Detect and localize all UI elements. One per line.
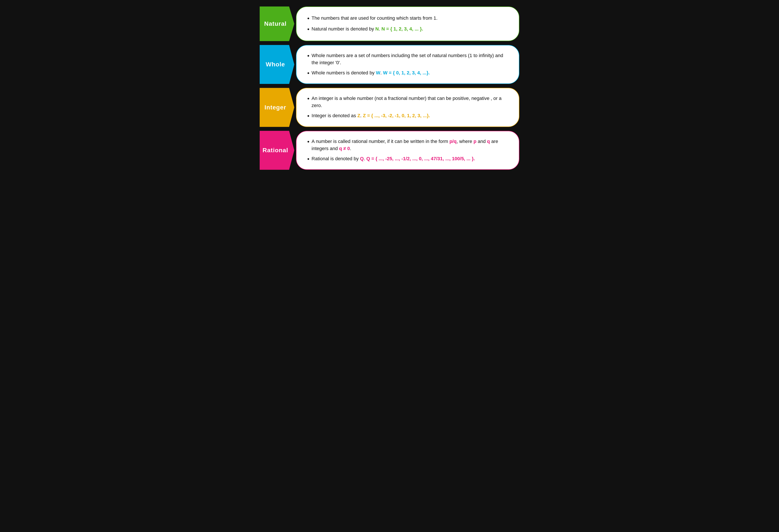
bullet-dot: •: [307, 25, 309, 33]
bullet-text: A number is called rational number, if i…: [312, 138, 508, 152]
bullet-item: •A number is called rational number, if …: [307, 138, 508, 152]
content-rational: •A number is called rational number, if …: [296, 131, 519, 170]
bullet-item: •Whole numbers is denoted by W. W = { 0,…: [307, 69, 508, 77]
label-rational: Rational: [260, 131, 294, 170]
bullet-dot: •: [307, 112, 309, 120]
bullet-text: Integer is denoted as Z. Z = { ..., -3, …: [312, 112, 508, 119]
bullet-dot: •: [307, 52, 309, 60]
bullet-dot: •: [307, 69, 309, 77]
highlight-orange: Z: [357, 113, 360, 118]
highlight-green: N = { 1, 2, 3, 4, ... }.: [381, 26, 423, 31]
highlight-pink: p: [473, 139, 476, 144]
bullet-item: •An integer is a whole number (not a fra…: [307, 95, 508, 109]
bullet-item: •Whole numbers are a set of numbers incl…: [307, 52, 508, 66]
bullet-text: The numbers that are used for counting w…: [312, 14, 508, 22]
bullet-item: •Natural number is denoted by N. N = { 1…: [307, 25, 508, 33]
highlight-orange: Z = { ..., -3, -2, -1, 0, 1, 2, 3, ...}.: [363, 113, 430, 118]
row-integer: Integer•An integer is a whole number (no…: [260, 88, 519, 127]
highlight-cyan: W: [376, 70, 380, 75]
label-natural: Natural: [260, 6, 294, 41]
row-rational: Rational•A number is called rational num…: [260, 131, 519, 170]
bullet-text: Whole numbers is denoted by W. W = { 0, …: [312, 69, 508, 76]
bullet-item: •Integer is denoted as Z. Z = { ..., -3,…: [307, 112, 508, 120]
bullet-text: Whole numbers are a set of numbers inclu…: [312, 52, 508, 66]
bullet-dot: •: [307, 14, 309, 22]
highlight-cyan: W = { 0, 1, 2, 3, 4, ...}.: [383, 70, 430, 75]
row-whole: Whole•Whole numbers are a set of numbers…: [260, 45, 519, 84]
bullet-dot: •: [307, 138, 309, 145]
label-whole: Whole: [260, 45, 294, 84]
bullet-text: An integer is a whole number (not a frac…: [312, 95, 508, 109]
bullet-dot: •: [307, 155, 309, 163]
bullet-item: •Rational is denoted by Q. Q = { ..., -2…: [307, 155, 508, 163]
main-container: Natural•The numbers that are used for co…: [260, 6, 519, 170]
bullet-text: Natural number is denoted by N. N = { 1,…: [312, 25, 508, 32]
content-integer: •An integer is a whole number (not a fra…: [296, 88, 519, 127]
bullet-text: Rational is denoted by Q. Q = { ..., -25…: [312, 155, 508, 162]
highlight-pink: Q: [360, 156, 364, 161]
bullet-item: •The numbers that are used for counting …: [307, 14, 508, 22]
highlight-pink: Q = { ..., -25, ..., -1/2, ..., 0, ..., …: [366, 156, 475, 161]
content-natural: •The numbers that are used for counting …: [296, 6, 519, 41]
label-integer: Integer: [260, 88, 294, 127]
highlight-pink: p/q: [450, 139, 457, 144]
highlight-green: N: [375, 26, 379, 31]
highlight-pink: q ≠ 0: [339, 146, 350, 151]
content-whole: •Whole numbers are a set of numbers incl…: [296, 45, 519, 84]
bullet-dot: •: [307, 95, 309, 103]
row-natural: Natural•The numbers that are used for co…: [260, 6, 519, 41]
highlight-pink: q: [487, 139, 490, 144]
